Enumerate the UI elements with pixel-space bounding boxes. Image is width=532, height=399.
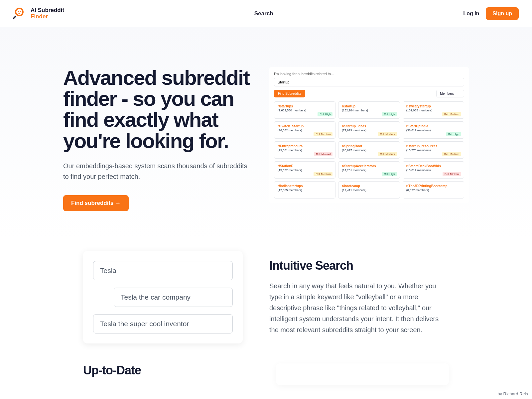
- svg-point-3: [20, 11, 21, 12]
- svg-point-1: [16, 9, 22, 15]
- relevance-badge: Rel: Medium: [442, 152, 461, 156]
- results-grid: r/startups(1,632,530 members)Rel: Highr/…: [274, 101, 464, 199]
- result-card[interactable]: r/Entrepreneurs(29,681 members)Rel: Mini…: [274, 141, 335, 159]
- result-card[interactable]: r/sweatystartup(131,035 members)Rel: Med…: [403, 101, 464, 119]
- result-card[interactable]: r/startup(132,184 members)Rel: High: [338, 101, 400, 119]
- result-card[interactable]: r/bootcamp(11,411 members): [338, 181, 400, 199]
- result-name: r/The3DPrintingBootcamp: [406, 184, 461, 188]
- footer-author-link[interactable]: Richard Reis: [503, 391, 528, 396]
- result-name: r/startups: [278, 104, 332, 108]
- result-card[interactable]: r/Startup_Ideas(72,979 members)Rel: Medi…: [338, 121, 400, 139]
- logo-text-line2: Finder: [31, 14, 64, 20]
- result-members: (14,261 members): [342, 169, 396, 172]
- result-members: (15,652 members): [278, 169, 332, 172]
- result-card[interactable]: r/StartUpIndia(36,619 members)Rel: High: [403, 121, 464, 139]
- result-name: r/sweatystartup: [406, 104, 461, 108]
- result-name: r/Startup_Ideas: [342, 124, 396, 128]
- cta-label: Find subreddits →: [71, 200, 121, 206]
- result-name: r/StartupAccelerators: [342, 164, 396, 168]
- logo[interactable]: AI Subreddit Finder: [13, 7, 64, 21]
- relevance-badge: Rel: High: [382, 112, 397, 116]
- result-name: r/StationF: [278, 164, 332, 168]
- result-card[interactable]: r/SpringBoot(20,997 members)Rel: Medium: [338, 141, 400, 159]
- signup-button[interactable]: Sign up: [486, 7, 519, 20]
- relevance-badge: Rel: Medium: [314, 132, 332, 136]
- relevance-badge: Rel: High: [318, 112, 332, 116]
- result-card[interactable]: r/indianstartups(12,685 members): [274, 181, 335, 199]
- result-name: r/SteamDeckBootVids: [406, 164, 461, 168]
- svg-point-2: [18, 11, 19, 12]
- result-members: (96,662 members): [278, 129, 332, 132]
- result-name: r/SpringBoot: [342, 144, 396, 148]
- example-box-3: Tesla the super cool inventor: [93, 314, 233, 333]
- result-name: r/Twitch_Startup: [278, 124, 332, 128]
- feature-title-intuitive: Intuitive Search: [269, 259, 449, 273]
- result-members: (131,035 members): [406, 109, 461, 112]
- result-card[interactable]: r/startups(1,632,530 members)Rel: High: [274, 101, 335, 119]
- relevance-badge: Rel: Medium: [378, 152, 397, 156]
- hero-subtitle: Our embeddings-based system scans thousa…: [63, 161, 249, 182]
- logo-icon: [13, 7, 27, 21]
- preview-label: I'm looking for subreddits related to...: [274, 72, 464, 76]
- result-members: (1,632,530 members): [278, 109, 332, 112]
- preview-find-button[interactable]: Find Subreddits: [274, 90, 305, 97]
- result-card[interactable]: r/The3DPrintingBootcamp(8,627 members): [403, 181, 464, 199]
- preview-panel: I'm looking for subreddits related to...…: [269, 67, 469, 203]
- result-members: (20,997 members): [342, 149, 396, 152]
- hero-title: Advanced subreddit finder - so you can f…: [63, 67, 249, 151]
- result-name: r/bootcamp: [342, 184, 396, 188]
- uptodate-image-placeholder: [276, 363, 449, 385]
- footer-by: by: [497, 391, 503, 396]
- result-card[interactable]: r/Twitch_Startup(96,662 members)Rel: Med…: [274, 121, 335, 139]
- feature-title-uptodate: Up-to-Date: [83, 363, 249, 377]
- example-box-1: Tesla: [93, 261, 233, 280]
- preview-search-input[interactable]: [274, 78, 464, 86]
- result-members: (72,979 members): [342, 129, 396, 132]
- result-name: r/startup_resources: [406, 144, 461, 148]
- relevance-badge: Rel: Minimal: [314, 152, 332, 156]
- nav-search-link[interactable]: Search: [254, 10, 273, 17]
- relevance-badge: Rel: High: [446, 132, 461, 136]
- find-subreddits-button[interactable]: Find subreddits →: [63, 195, 129, 211]
- result-name: r/StartUpIndia: [406, 124, 461, 128]
- result-card[interactable]: r/StationF(15,652 members)Rel: Medium: [274, 161, 335, 179]
- preview-sort-select[interactable]: Members: [436, 90, 464, 97]
- result-card[interactable]: r/SteamDeckBootVids(13,812 members)Rel: …: [403, 161, 464, 179]
- login-link[interactable]: Log in: [463, 11, 479, 17]
- relevance-badge: Rel: High: [382, 172, 397, 176]
- sort-label: Members: [440, 92, 454, 95]
- relevance-badge: Rel: Medium: [314, 172, 332, 176]
- result-name: r/startup: [342, 104, 396, 108]
- feature-text-intuitive: Search in any way that feels natural to …: [269, 281, 449, 335]
- relevance-badge: Rel: Minimal: [443, 172, 461, 176]
- result-members: (12,685 members): [278, 189, 332, 192]
- example-box-2: Tesla the car company: [114, 288, 233, 307]
- intuitive-search-examples: Tesla Tesla the car company Tesla the su…: [83, 251, 243, 343]
- svg-rect-4: [13, 15, 17, 20]
- footer-credit: by Richard Reis: [497, 391, 528, 396]
- result-members: (29,681 members): [278, 149, 332, 152]
- result-members: (8,627 members): [406, 189, 461, 192]
- result-members: (15,778 members): [406, 149, 461, 152]
- relevance-badge: Rel: Medium: [378, 132, 397, 136]
- logo-text-line1: AI Subreddit: [31, 7, 64, 14]
- result-name: r/Entrepreneurs: [278, 144, 332, 148]
- result-members: (13,812 members): [406, 169, 461, 172]
- result-card[interactable]: r/startup_resources(15,778 members)Rel: …: [403, 141, 464, 159]
- result-name: r/indianstartups: [278, 184, 332, 188]
- result-members: (132,184 members): [342, 109, 396, 112]
- result-members: (36,619 members): [406, 129, 461, 132]
- result-members: (11,411 members): [342, 189, 396, 192]
- result-card[interactable]: r/StartupAccelerators(14,261 members)Rel…: [338, 161, 400, 179]
- relevance-badge: Rel: Medium: [442, 112, 461, 116]
